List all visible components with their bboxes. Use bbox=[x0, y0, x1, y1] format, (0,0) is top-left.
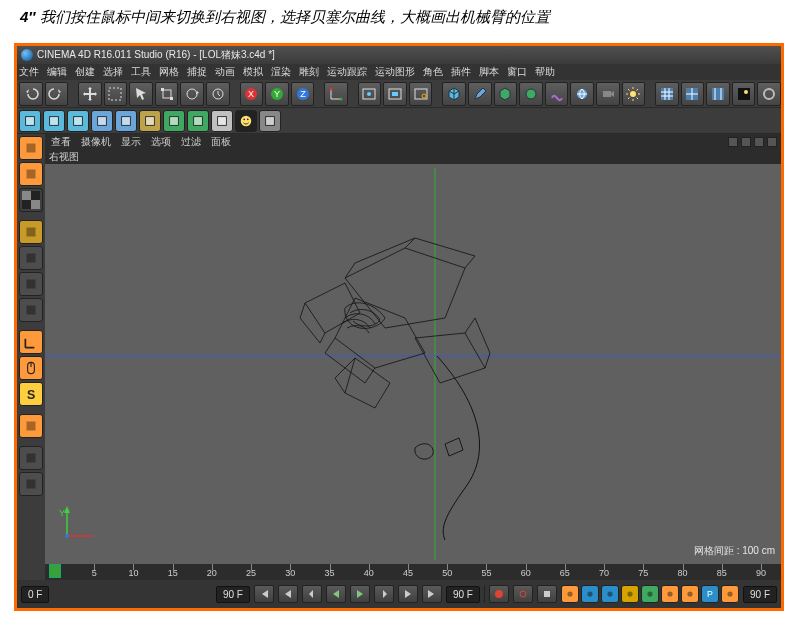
frame-start-field[interactable]: 0 F bbox=[21, 586, 49, 603]
smiley-button[interactable] bbox=[235, 110, 257, 132]
menu-item[interactable]: 运动跟踪 bbox=[327, 65, 367, 79]
opt-a-button[interactable] bbox=[561, 585, 579, 603]
menu-item[interactable]: 窗口 bbox=[507, 65, 527, 79]
play-back-button[interactable] bbox=[326, 585, 346, 603]
recent-button[interactable] bbox=[206, 82, 230, 106]
opt-h-button[interactable] bbox=[721, 585, 739, 603]
redo-button[interactable] bbox=[45, 82, 69, 106]
lathe-button[interactable] bbox=[187, 110, 209, 132]
x-axis-button[interactable]: X bbox=[240, 82, 264, 106]
undo-button[interactable] bbox=[19, 82, 43, 106]
viewport-menu-item[interactable]: 显示 bbox=[121, 135, 141, 149]
cube-button[interactable] bbox=[19, 110, 41, 132]
menu-item[interactable]: 脚本 bbox=[479, 65, 499, 79]
viewport-menu-item[interactable]: 查看 bbox=[51, 135, 71, 149]
prev-frame-button[interactable] bbox=[302, 585, 322, 603]
render-view-button[interactable] bbox=[358, 82, 382, 106]
menu-item[interactable]: 渲染 bbox=[271, 65, 291, 79]
deformer-button[interactable] bbox=[545, 82, 569, 106]
vp-nav-1-icon[interactable] bbox=[728, 137, 738, 147]
menu-item[interactable]: 选择 bbox=[103, 65, 123, 79]
live-select-button[interactable] bbox=[19, 136, 43, 160]
pen-button[interactable] bbox=[468, 82, 492, 106]
menu-item[interactable]: 插件 bbox=[451, 65, 471, 79]
plane-button[interactable] bbox=[67, 110, 89, 132]
move-button[interactable] bbox=[78, 82, 102, 106]
next-key-button[interactable] bbox=[398, 585, 418, 603]
grid1-button[interactable] bbox=[655, 82, 679, 106]
vp-nav-4-icon[interactable] bbox=[767, 137, 777, 147]
cogwheel-button[interactable] bbox=[139, 110, 161, 132]
viewport-menu-item[interactable]: 面板 bbox=[211, 135, 231, 149]
workplane-button[interactable] bbox=[19, 298, 43, 322]
extrude-button[interactable] bbox=[163, 110, 185, 132]
grid3-button[interactable] bbox=[706, 82, 730, 106]
axis-l-button[interactable] bbox=[19, 330, 43, 354]
move-tool-button[interactable] bbox=[19, 162, 43, 186]
model-cube-button[interactable] bbox=[19, 246, 43, 270]
cube-button[interactable] bbox=[442, 82, 466, 106]
menu-item[interactable]: 帮助 bbox=[535, 65, 555, 79]
circle-button[interactable] bbox=[757, 82, 781, 106]
menu-item[interactable]: 模拟 bbox=[243, 65, 263, 79]
opt-f-button[interactable] bbox=[661, 585, 679, 603]
z-axis-button[interactable]: Z bbox=[291, 82, 315, 106]
menu-item[interactable]: 运动图形 bbox=[375, 65, 415, 79]
opt-b-button[interactable] bbox=[581, 585, 599, 603]
mouse-button[interactable] bbox=[19, 356, 43, 380]
rotate-button[interactable] bbox=[180, 82, 204, 106]
gold-grid-button[interactable] bbox=[19, 220, 43, 244]
timeline-marker[interactable] bbox=[49, 564, 61, 578]
autokey-button[interactable] bbox=[513, 585, 533, 603]
vp-nav-2-icon[interactable] bbox=[741, 137, 751, 147]
opt-d-button[interactable] bbox=[621, 585, 639, 603]
vp-nav-3-icon[interactable] bbox=[754, 137, 764, 147]
opt-c-button[interactable] bbox=[601, 585, 619, 603]
menu-item[interactable]: 工具 bbox=[131, 65, 151, 79]
menu-item[interactable]: 网格 bbox=[159, 65, 179, 79]
snap-s-button[interactable]: S bbox=[19, 382, 43, 406]
dark-button[interactable] bbox=[732, 82, 756, 106]
grid2-button[interactable] bbox=[681, 82, 705, 106]
opt-g-button[interactable] bbox=[681, 585, 699, 603]
env-button[interactable] bbox=[570, 82, 594, 106]
viewport-menu-item[interactable]: 摄像机 bbox=[81, 135, 111, 149]
prev-key-button[interactable] bbox=[278, 585, 298, 603]
goto-end-button[interactable] bbox=[422, 585, 442, 603]
floor-button[interactable] bbox=[115, 110, 137, 132]
menu-item[interactable]: 雕刻 bbox=[299, 65, 319, 79]
render-region-button[interactable] bbox=[383, 82, 407, 106]
goto-start-button[interactable] bbox=[254, 585, 274, 603]
menu-item[interactable]: 捕捉 bbox=[187, 65, 207, 79]
menu-item[interactable]: 编辑 bbox=[47, 65, 67, 79]
viewport-menu-item[interactable]: 选项 bbox=[151, 135, 171, 149]
fx-button[interactable] bbox=[19, 446, 43, 470]
subdiv-button[interactable] bbox=[494, 82, 518, 106]
opt-e-button[interactable] bbox=[641, 585, 659, 603]
menu-item[interactable]: 动画 bbox=[215, 65, 235, 79]
frame-current-field[interactable]: 90 F bbox=[216, 586, 250, 603]
wrench-button[interactable] bbox=[259, 110, 281, 132]
next-frame-button[interactable] bbox=[374, 585, 394, 603]
play-forward-button[interactable] bbox=[350, 585, 370, 603]
scale-button[interactable] bbox=[155, 82, 179, 106]
chain-button[interactable] bbox=[211, 110, 233, 132]
checker-button[interactable] bbox=[19, 188, 43, 212]
viewport-menu-item[interactable]: 过滤 bbox=[181, 135, 201, 149]
menu-item[interactable]: 创建 bbox=[75, 65, 95, 79]
sky-button[interactable] bbox=[91, 110, 113, 132]
y-axis-button[interactable]: Y bbox=[265, 82, 289, 106]
generator-button[interactable] bbox=[519, 82, 543, 106]
opt-p-button[interactable]: P bbox=[701, 585, 719, 603]
menu-item[interactable]: 文件 bbox=[19, 65, 39, 79]
frame-range-end-field[interactable]: 90 F bbox=[743, 586, 777, 603]
timeline-ruler[interactable]: 051015202530354045505560657075808590 bbox=[45, 564, 781, 580]
light-button[interactable] bbox=[622, 82, 646, 106]
viewport-3d[interactable]: Y 网格间距 : 100 cm bbox=[45, 164, 781, 564]
primitive-button[interactable] bbox=[43, 110, 65, 132]
keyframe-sel-button[interactable] bbox=[537, 585, 557, 603]
render-settings-button[interactable] bbox=[409, 82, 433, 106]
texaxis-button[interactable] bbox=[19, 414, 43, 438]
texture-button[interactable] bbox=[19, 272, 43, 296]
mesh-button[interactable] bbox=[19, 472, 43, 496]
